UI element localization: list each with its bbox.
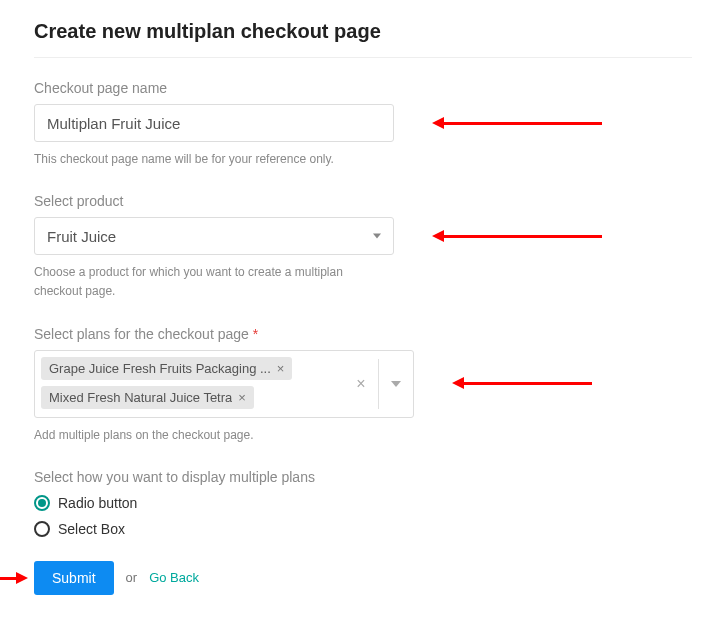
product-select-value: Fruit Juice [47,228,116,245]
required-asterisk: * [253,326,258,342]
product-helper: Choose a product for which you want to c… [34,263,394,301]
plans-label-text: Select plans for the checkout page [34,326,249,342]
plan-chip-label: Grape Juice Fresh Fruits Packaging ... [49,361,271,376]
plan-chip: Mixed Fresh Natural Juice Tetra × [41,386,254,409]
field-display: Select how you want to display multiple … [34,469,692,537]
radio-option-select-box[interactable]: Select Box [34,521,692,537]
plans-label: Select plans for the checkout page * [34,326,692,342]
plans-multiselect[interactable]: Grape Juice Fresh Fruits Packaging ... ×… [34,350,414,418]
or-text: or [126,570,138,585]
product-label: Select product [34,193,692,209]
product-select[interactable]: Fruit Juice [34,217,394,255]
annotation-arrow [442,235,602,238]
display-radio-group: Radio button Select Box [34,495,692,537]
clear-all-button[interactable]: × [344,375,378,393]
page-title: Create new multiplan checkout page [34,20,692,58]
multiselect-controls: × [344,351,413,417]
plans-helper: Add multiple plans on the checkout page. [34,426,394,445]
radio-icon [34,521,50,537]
plan-chip-label: Mixed Fresh Natural Juice Tetra [49,390,232,405]
chevron-down-icon [373,234,381,239]
radio-option-radio-button[interactable]: Radio button [34,495,692,511]
page-name-helper: This checkout page name will be for your… [34,150,394,169]
footer: Submit or Go Back [34,561,692,595]
plans-chips-area: Grape Juice Fresh Fruits Packaging ... ×… [35,351,344,417]
plan-chip: Grape Juice Fresh Fruits Packaging ... × [41,357,292,380]
page-name-input[interactable] [34,104,394,142]
radio-label: Radio button [58,495,137,511]
close-icon[interactable]: × [277,362,285,375]
annotation-arrow [442,122,602,125]
annotation-arrow [462,382,592,385]
dropdown-toggle[interactable] [379,381,413,387]
field-product: Select product Fruit Juice Choose a prod… [34,193,692,301]
radio-label: Select Box [58,521,125,537]
close-icon[interactable]: × [238,391,246,404]
submit-button[interactable]: Submit [34,561,114,595]
field-plans: Select plans for the checkout page * Gra… [34,326,692,445]
field-page-name: Checkout page name This checkout page na… [34,80,692,169]
page-name-label: Checkout page name [34,80,692,96]
radio-icon [34,495,50,511]
display-label: Select how you want to display multiple … [34,469,692,485]
annotation-arrow [0,577,18,580]
chevron-down-icon [391,381,401,387]
go-back-link[interactable]: Go Back [149,570,199,585]
